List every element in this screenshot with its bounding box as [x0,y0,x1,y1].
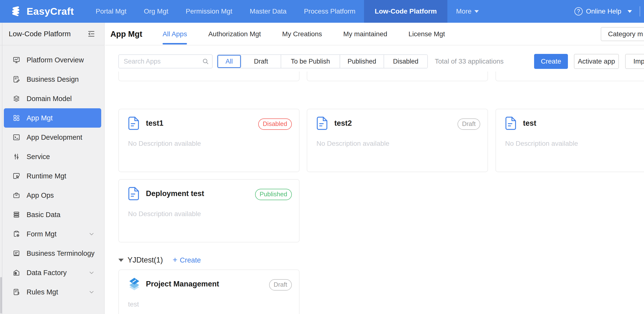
nav-item-master-data[interactable]: Master Data [241,0,296,23]
collapse-group-icon[interactable] [118,259,124,262]
import-button[interactable]: Imp [625,54,644,69]
chevron-down-icon [89,270,94,275]
sidebar: Low-Code Platform Platform Overview Busi… [0,23,104,314]
category-management-button[interactable]: Category m [601,27,644,41]
app-card-description: No Description available [505,140,578,147]
window-cursor-icon [12,172,20,180]
app-card-test[interactable]: test No Description available [496,109,644,172]
collapse-sidebar-icon[interactable] [87,30,96,38]
cards-area: test1 Disabled No Description available … [105,75,644,314]
sidebar-item-app-ops[interactable]: App Ops [4,186,101,205]
sidebar-item-label: Form Mgt [26,230,56,238]
filter-published-button[interactable]: Published [340,55,384,68]
sidebar-item-label: Service [26,153,50,161]
stack-icon [12,211,20,218]
sidebar-item-app-development[interactable]: App Development [4,128,101,147]
sidebar-item-platform-overview[interactable]: Platform Overview [4,50,101,70]
chevron-down-icon [89,231,94,237]
sidebar-item-app-mgt[interactable]: App Mgt [4,108,101,128]
group-create-link[interactable]: + Create [172,256,201,264]
tab-label: License Mgt [408,30,445,38]
group-header-yjdtest: YJDtest(1) + Create [118,254,201,266]
app-card-description: No Description available [128,140,201,147]
app-document-icon [128,117,140,130]
tab-all-apps[interactable]: All Apps [162,23,187,46]
chevron-down-icon [474,10,479,13]
nav-label: Org Mgt [144,8,168,15]
app-card-deployment-test[interactable]: Deployment test Published No Description… [118,179,300,242]
filter-to-be-publish-button[interactable]: To be Publish [281,55,340,68]
search-icon[interactable] [202,58,209,65]
create-button[interactable]: Create [534,54,568,69]
sidebar-menu: Platform Overview Business Design Domain… [0,46,104,302]
sidebar-item-runtime-mgt[interactable]: Runtime Mgt [4,166,101,186]
app-card-title: test [523,119,536,128]
nav-label: Portal Mgt [96,8,126,15]
nav-item-org-mgt[interactable]: Org Mgt [135,0,177,23]
search-box [118,54,212,68]
app-document-icon [505,117,518,130]
filter-label: Draft [254,58,268,65]
top-navigation-bar: EasyCraft Portal Mgt Org Mgt Permission … [0,0,644,23]
app-card-title: Deployment test [146,189,204,198]
filter-disabled-button[interactable]: Disabled [384,55,427,68]
sidebar-item-rules-mgt[interactable]: Rules Mgt [4,282,101,302]
tab-label: Authorization Mgt [208,30,261,38]
filter-draft-button[interactable]: Draft [241,55,281,68]
partial-card [118,72,300,81]
sidebar-item-business-terminology[interactable]: Business Terminology [4,244,101,263]
status-filter-group: All Draft To be Publish Published Disabl… [217,54,428,68]
tab-license-mgt[interactable]: License Mgt [408,23,445,46]
app-card-test1[interactable]: test1 Disabled No Description available [118,109,300,172]
sidebar-item-form-mgt[interactable]: Form Mgt [4,224,101,244]
app-card-test2[interactable]: test2 Draft No Description available [307,109,488,172]
tab-bar: App Mgt All Apps Authorization Mgt My Cr… [105,23,644,46]
sidebar-item-label: App Mgt [26,114,53,122]
tab-label: All Apps [162,30,187,38]
status-badge: Draft [458,118,480,130]
app-card-project-management[interactable]: Project Management Draft test [118,269,300,314]
nav-item-permission-mgt[interactable]: Permission Mgt [177,0,241,23]
rules-document-icon [12,288,20,296]
app-document-icon [316,117,329,130]
nav-label: Low-Code Platform [375,8,437,15]
sidebar-scrollbar-thumb[interactable] [0,277,2,313]
filter-label: Disabled [393,58,418,65]
sidebar-item-basic-data[interactable]: Basic Data [4,205,101,224]
filter-all-button[interactable]: All [218,55,241,68]
nav-item-portal-mgt[interactable]: Portal Mgt [87,0,135,23]
sidebar-scrollbar-track [0,23,2,314]
top-nav-menu: Portal Mgt Org Mgt Permission Mgt Master… [87,0,488,23]
sidebar-item-label: Business Terminology [26,249,95,257]
chevron-down-icon[interactable] [628,10,632,13]
activate-app-button[interactable]: Activate app [574,54,619,69]
status-badge: Published [255,189,292,200]
status-badge: Draft [269,279,292,290]
sidebar-item-label: Platform Overview [26,56,84,64]
project-layers-icon [128,277,141,291]
nav-item-more[interactable]: More [447,0,488,23]
layers-icon [12,95,20,103]
sidebar-item-label: Rules Mgt [26,288,58,296]
nav-label: Master Data [250,8,287,15]
sidebar-item-domain-model[interactable]: Domain Model [4,89,101,108]
search-input[interactable] [118,54,212,68]
nav-label: More [456,8,472,15]
chevron-down-icon [89,289,94,295]
sidebar-item-data-factory[interactable]: Data Factory [4,263,101,282]
nav-item-low-code-platform[interactable]: Low-Code Platform [364,0,447,23]
sidebar-item-label: App Development [26,133,82,141]
tab-authorization-mgt[interactable]: Authorization Mgt [208,23,261,46]
toolbar: All Draft To be Publish Published Disabl… [105,46,644,75]
sidebar-item-service[interactable]: Service [4,147,101,166]
online-help-link[interactable]: Online Help [586,8,621,15]
sidebar-item-business-design[interactable]: Business Design [4,70,101,89]
sidebar-item-label: Business Design [26,75,79,83]
tab-my-maintained[interactable]: My maintained [343,23,387,46]
grid-icon [12,114,20,122]
nav-item-process-platform[interactable]: Process Platform [295,0,364,23]
brand: EasyCraft [0,5,80,18]
tab-my-creations[interactable]: My Creations [282,23,322,46]
app-card-title: test1 [146,119,163,128]
status-badge: Disabled [258,118,292,130]
